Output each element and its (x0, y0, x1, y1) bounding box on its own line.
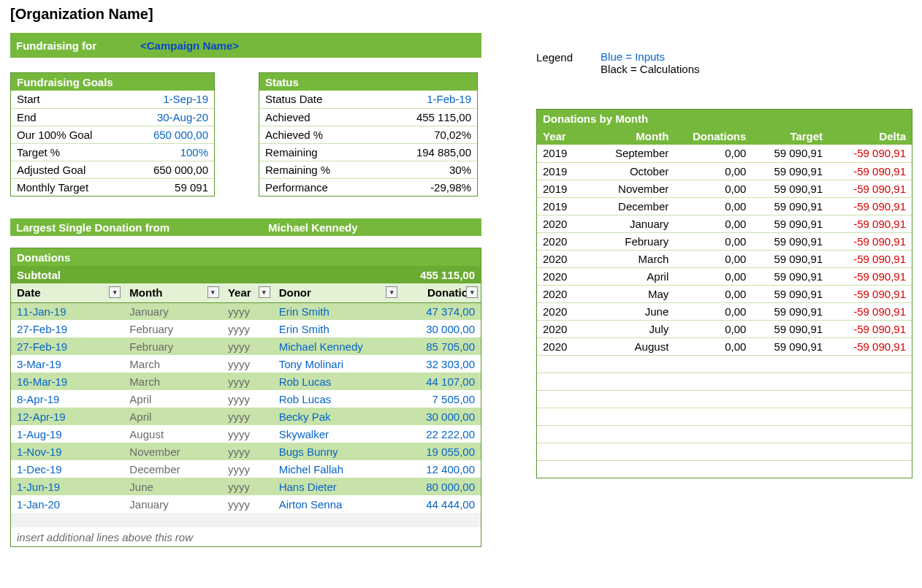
cell-year: 2020 (537, 250, 597, 267)
table-row[interactable]: 3-Mar-19MarchyyyyTony Molinari32 303,00 (11, 355, 481, 373)
cell-date[interactable]: 27-Feb-19 (11, 337, 123, 355)
legend-inputs: Blue = Inputs (601, 50, 699, 63)
cell-donations: 0,00 (674, 145, 752, 162)
kv-value[interactable]: 1-Sep-19 (126, 91, 214, 108)
table-row: 2020April0,0059 090,91-59 090,91 (537, 267, 912, 285)
table-row-empty (537, 425, 912, 443)
cell-donor[interactable]: Skywalker (273, 425, 401, 443)
cell-date[interactable]: 16-Mar-19 (11, 373, 123, 390)
cell-delta: -59 090,91 (828, 215, 912, 232)
campaign-name[interactable]: <Campaign Name> (140, 39, 239, 52)
kv-value: 59 091 (126, 178, 214, 196)
status-header: Status (259, 73, 477, 91)
cell-amount[interactable]: 44 444,00 (400, 495, 481, 513)
cell-date[interactable]: 11-Jan-19 (11, 302, 123, 320)
cell-donations: 0,00 (674, 215, 752, 232)
table-row-empty (537, 355, 912, 373)
mcol-donations: Donations (674, 127, 752, 145)
cell-donations: 0,00 (674, 180, 752, 197)
table-row: 2019October0,0059 090,91-59 090,91 (537, 162, 912, 180)
filter-icon[interactable]: ▾ (207, 286, 219, 298)
cell-year: yyyy (222, 443, 273, 460)
kv-key: Adjusted Goal (11, 161, 126, 178)
cell-amount[interactable]: 85 705,00 (400, 337, 481, 355)
kv-value[interactable]: 1-Feb-19 (376, 91, 477, 108)
largest-donation-name: Michael Kennedy (262, 218, 481, 236)
cell-month: February (597, 232, 674, 250)
cell-donor[interactable]: Becky Pak (273, 408, 401, 425)
table-row[interactable]: 16-Mar-19MarchyyyyRob Lucas44 107,00 (11, 373, 481, 390)
cell-target: 59 090,91 (752, 337, 828, 355)
cell-year: 2020 (537, 337, 597, 355)
cell-amount[interactable]: 80 000,00 (400, 478, 481, 495)
table-row[interactable]: 12-Apr-19AprilyyyyBecky Pak30 000,00 (11, 408, 481, 425)
cell-year: 2019 (537, 180, 597, 197)
kv-row: Monthly Target59 091 (11, 178, 214, 196)
cell-date[interactable]: 1-Aug-19 (11, 425, 123, 443)
cell-date[interactable]: 1-Dec-19 (11, 460, 123, 478)
col-date[interactable]: Date▾ (11, 283, 123, 302)
kv-value: -29,98% (376, 178, 477, 196)
cell-donor[interactable]: Michael Kennedy (273, 337, 401, 355)
cell-year: yyyy (222, 460, 273, 478)
cell-donor[interactable]: Tony Molinari (273, 355, 401, 373)
col-year[interactable]: Year▾ (222, 283, 273, 302)
table-row[interactable]: 1-Jun-19JuneyyyyHans Dieter80 000,00 (11, 478, 481, 495)
cell-date[interactable]: 8-Apr-19 (11, 390, 123, 408)
largest-donation-row: Largest Single Donation from Michael Ken… (10, 218, 481, 236)
cell-donor[interactable]: Michel Fallah (273, 460, 401, 478)
kv-row: Status Date1-Feb-19 (259, 91, 477, 108)
table-row[interactable]: 1-Dec-19DecemberyyyyMichel Fallah12 400,… (11, 460, 481, 478)
cell-date[interactable]: 1-Jun-19 (11, 478, 123, 495)
cell-amount[interactable]: 7 505,00 (400, 390, 481, 408)
table-row: 2020June0,0059 090,91-59 090,91 (537, 302, 912, 320)
filter-icon[interactable]: ▾ (466, 286, 478, 298)
cell-amount[interactable]: 47 374,00 (400, 302, 481, 320)
cell-amount[interactable]: 12 400,00 (400, 460, 481, 478)
filter-icon[interactable]: ▾ (386, 286, 397, 298)
kv-value[interactable]: 650 000,00 (126, 126, 214, 143)
cell-date[interactable]: 12-Apr-19 (11, 408, 123, 425)
cell-delta: -59 090,91 (828, 162, 912, 180)
cell-donor[interactable]: Rob Lucas (273, 390, 401, 408)
col-month[interactable]: Month▾ (123, 283, 222, 302)
kv-key: Achieved % (259, 126, 376, 143)
cell-amount[interactable]: 44 107,00 (400, 373, 481, 390)
cell-month: December (597, 197, 674, 215)
cell-donor[interactable]: Rob Lucas (273, 373, 401, 390)
cell-donor[interactable]: Bugs Bunny (273, 443, 401, 460)
cell-amount[interactable]: 22 222,00 (400, 425, 481, 443)
kv-value[interactable]: 30-Aug-20 (126, 108, 214, 126)
donations-header: Donations (11, 248, 481, 266)
cell-year: yyyy (222, 320, 273, 337)
cell-amount[interactable]: 32 303,00 (400, 355, 481, 373)
cell-month: February (123, 320, 222, 337)
cell-month: November (597, 180, 674, 197)
table-row[interactable]: 1-Aug-19AugustyyyySkywalker22 222,00 (11, 425, 481, 443)
cell-donor[interactable]: Hans Dieter (273, 478, 401, 495)
kv-value[interactable]: 100% (126, 143, 214, 161)
table-row[interactable]: 27-Feb-19FebruaryyyyyErin Smith30 000,00 (11, 320, 481, 337)
cell-amount[interactable]: 19 055,00 (400, 443, 481, 460)
cell-date[interactable]: 3-Mar-19 (11, 355, 123, 373)
col-amount[interactable]: Donation▾ (400, 283, 481, 302)
cell-date[interactable]: 1-Nov-19 (11, 443, 123, 460)
cell-month: May (597, 285, 674, 302)
cell-donor[interactable]: Erin Smith (273, 320, 401, 337)
cell-date[interactable]: 27-Feb-19 (11, 320, 123, 337)
table-row[interactable]: 11-Jan-19JanuaryyyyyErin Smith47 374,00 (11, 302, 481, 320)
cell-month: January (123, 302, 222, 320)
cell-target: 59 090,91 (752, 145, 828, 162)
table-row[interactable]: 1-Jan-20JanuaryyyyyAirton Senna44 444,00 (11, 495, 481, 513)
filter-icon[interactable]: ▾ (259, 286, 270, 298)
cell-date[interactable]: 1-Jan-20 (11, 495, 123, 513)
cell-amount[interactable]: 30 000,00 (400, 408, 481, 425)
cell-donor[interactable]: Airton Senna (273, 495, 401, 513)
table-row[interactable]: 27-Feb-19FebruaryyyyyMichael Kennedy85 7… (11, 337, 481, 355)
cell-donor[interactable]: Erin Smith (273, 302, 401, 320)
cell-amount[interactable]: 30 000,00 (400, 320, 481, 337)
table-row[interactable]: 1-Nov-19NovemberyyyyBugs Bunny19 055,00 (11, 443, 481, 460)
col-donor[interactable]: Donor▾ (273, 283, 401, 302)
table-row[interactable]: 8-Apr-19AprilyyyyRob Lucas7 505,00 (11, 390, 481, 408)
filter-icon[interactable]: ▾ (109, 286, 121, 298)
